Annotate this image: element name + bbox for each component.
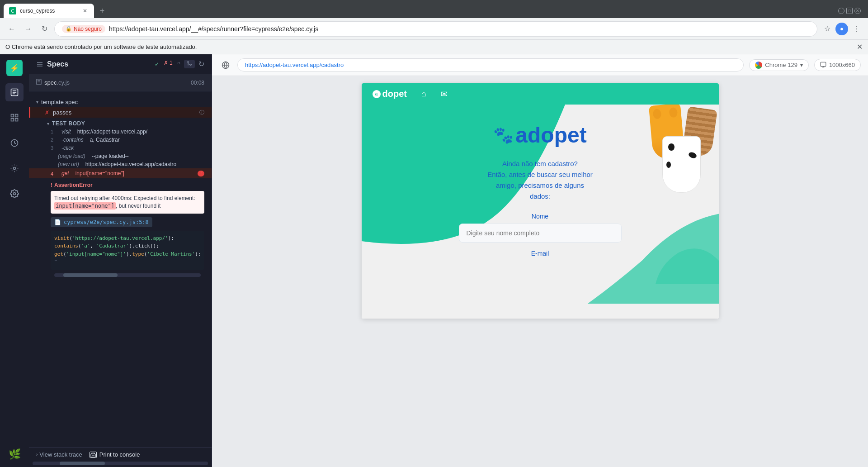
test-content: ▾ template spec ✗ passes ⓘ ▾ TEST BODY: [29, 91, 212, 447]
minimize-button[interactable]: —: [838, 8, 844, 14]
error-section: ! AssertionError Timed out retrying afte…: [29, 178, 212, 282]
test-footer: › View stack trace Print to console: [29, 447, 212, 462]
preview-pane: https://adopet-tau.vercel.app/cadastro C…: [212, 54, 868, 467]
new-tab-button[interactable]: +: [96, 5, 108, 17]
svg-rect-4: [11, 114, 14, 117]
print-to-console-button[interactable]: Print to console: [90, 451, 140, 458]
svg-point-10: [14, 193, 16, 195]
sidebar-item-specs[interactable]: [5, 83, 24, 101]
suite-header[interactable]: ▾ template spec: [29, 97, 212, 107]
test-fail-count: ✗ 1: [164, 60, 173, 68]
spec-duration: 00:08: [191, 80, 204, 86]
tab-title: curso_cypress: [20, 8, 78, 14]
step-1[interactable]: 1 visit https://adopet-tau.vercel.app/: [29, 128, 212, 136]
mail-nav-icon[interactable]: ✉: [441, 89, 448, 99]
test-steps: ▾ TEST BODY 1 visit https://adopet-tau.v…: [29, 118, 212, 284]
step-cmd-2: -contains: [61, 137, 84, 143]
step-arg-1: https://adopet-tau.vercel.app/: [77, 129, 147, 135]
forward-button[interactable]: →: [22, 23, 34, 35]
sidebar-item-dashboard[interactable]: [5, 109, 24, 127]
code-scrollbar[interactable]: [54, 273, 201, 277]
active-tab[interactable]: C curso_cypress ✕: [4, 4, 94, 18]
not-secure-badge: 🔒 Não seguro: [62, 25, 105, 33]
sidebar-bottom: 🌿: [7, 447, 22, 462]
error-box: Timed out retrying after 4000ms: Expecte…: [51, 191, 204, 214]
adopet-content: 🐾 adopet Ainda não tem cadastro? Então, …: [362, 105, 719, 277]
stack-link-icon: 📄: [54, 219, 61, 225]
test-info-icon: ⓘ: [199, 109, 204, 116]
test-suite: ▾ template spec ✗ passes ⓘ ▾ TEST BODY: [29, 95, 212, 286]
adopet-logo-header: a dopet: [373, 89, 407, 99]
email-label: E-mail: [459, 250, 622, 257]
step-4[interactable]: 4 get input[name="nome"] !: [29, 168, 212, 178]
step-3[interactable]: 3 -click: [29, 144, 212, 152]
close-window-button[interactable]: ✕: [854, 8, 861, 14]
test-item-passes[interactable]: ✗ passes ⓘ: [29, 107, 212, 118]
step-cmd-3: -click: [61, 145, 74, 151]
step-arg-2: a, Cadastrar: [90, 137, 120, 143]
adopet-subtitle: Ainda não tem cadastro? Então, antes de …: [487, 158, 593, 202]
not-secure-icon: 🔒: [66, 26, 72, 32]
test-pass-icon: ✓: [155, 60, 159, 68]
step-2[interactable]: 2 -contains a, Cadastrar: [29, 136, 212, 144]
name-input[interactable]: [459, 224, 622, 243]
svg-point-9: [14, 167, 16, 170]
step-error-badge: !: [198, 171, 204, 176]
step-group-header: ▾ TEST BODY: [29, 119, 212, 128]
panel-scrollbar[interactable]: [33, 462, 208, 465]
subtitle-line2: Então, antes de buscar seu melhor: [487, 171, 593, 178]
tab-favicon: C: [9, 7, 16, 14]
notification-close-button[interactable]: ✕: [857, 43, 863, 51]
step-group-collapse-icon: ▾: [47, 121, 49, 126]
sidebar-item-plugins[interactable]: [5, 159, 24, 177]
tab-close-button[interactable]: ✕: [81, 7, 89, 14]
panel-title: Specs: [47, 60, 68, 68]
reload-button[interactable]: ↻: [198, 60, 204, 68]
bookmark-button[interactable]: ☆: [821, 23, 834, 35]
code-line-3: get('input[name="nome"]').type('Cibele M…: [54, 250, 201, 258]
chrome-dropdown-icon[interactable]: ▾: [800, 62, 803, 68]
code-line-2: contains('a', 'Cadastrar').click();: [54, 242, 201, 250]
svg-rect-5: [15, 114, 18, 117]
notification-bar: O Chrome está sendo controlado por um so…: [0, 40, 868, 54]
menu-button[interactable]: ⋮: [850, 23, 863, 35]
sidebar-item-settings[interactable]: [5, 185, 24, 203]
step-num-4: 4: [51, 171, 58, 176]
chrome-badge: Chrome 129 ▾: [749, 59, 809, 71]
preview-url-bar[interactable]: https://adopet-tau.vercel.app/cadastro: [237, 58, 744, 71]
main-content: ⚡ 🌿 Specs: [0, 54, 868, 467]
step-num-1: 1: [51, 129, 58, 134]
browser-frame: C curso_cypress ✕ + — □ ✕ ← → ↻ 🔒 Não se…: [0, 0, 868, 467]
svg-rect-7: [15, 119, 18, 121]
window-controls: — □ ✕: [838, 8, 864, 14]
panel-scrollbar-thumb: [60, 462, 105, 465]
preview-viewport: a dopet ⌂ ✉: [212, 76, 868, 467]
chrome-version-text: Chrome 129: [765, 62, 797, 68]
cypress-panel: Specs ✓ ✗ 1 ○ ↻ spec .cy.js 00:08: [29, 54, 212, 467]
view-stack-trace-button[interactable]: › View stack trace: [36, 451, 82, 458]
home-nav-icon[interactable]: ⌂: [421, 89, 426, 99]
panel-header: Specs ✓ ✗ 1 ○ ↻: [29, 54, 212, 74]
logo-dot: a: [373, 90, 381, 98]
chevron-right-icon: ›: [36, 452, 38, 457]
brand-text: adopet: [515, 123, 586, 148]
sidebar-item-runs[interactable]: [5, 134, 24, 152]
stack-trace-link[interactable]: 📄 cypress/e2e/spec.cy.js:5:8: [51, 217, 152, 227]
step-cmd-page-load: (page load): [58, 153, 85, 159]
restore-button[interactable]: □: [846, 8, 853, 14]
paw-emoji: 🐾: [493, 126, 514, 145]
url-text: https://adopet-tau.vercel.app/__#/specs/…: [109, 25, 318, 33]
adopet-brand-logo: 🐾 adopet: [493, 123, 586, 148]
profile-button[interactable]: ●: [835, 23, 848, 35]
refresh-button[interactable]: ↻: [38, 23, 51, 35]
adopet-header: a dopet ⌂ ✉: [362, 83, 719, 105]
preview-toolbar: https://adopet-tau.vercel.app/cadastro C…: [212, 54, 868, 76]
spec-extension: .cy.js: [57, 79, 70, 86]
step-arg-4: input[name="nome"]: [75, 170, 124, 176]
resolution-icon: [820, 61, 826, 69]
address-bar[interactable]: 🔒 Não seguro https://adopet-tau.vercel.a…: [54, 21, 817, 37]
back-button[interactable]: ←: [5, 23, 18, 35]
subtitle-line3: amigo, precisamos de alguns: [496, 181, 584, 189]
form-group-name: Nome: [459, 213, 622, 243]
test-run-icon: ○: [177, 60, 180, 68]
